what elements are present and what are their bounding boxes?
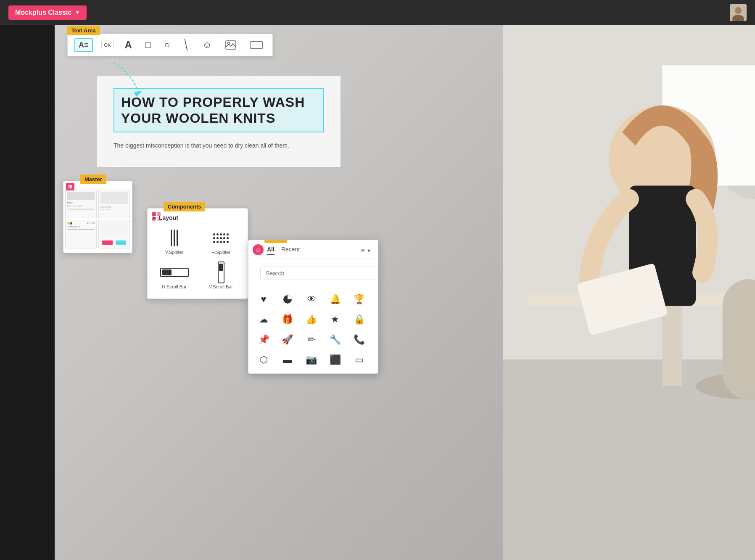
icon-phone[interactable]: 📞 — [351, 331, 367, 348]
h-scroll-item[interactable]: H.Scroll Bar — [153, 261, 196, 292]
icon-gift[interactable]: 🎁 — [279, 311, 296, 328]
woman-figure — [503, 25, 755, 560]
canvas-area: Text Area A≡ OK A □ ○ ╲ ☺ HOW TO PROPERL… — [55, 25, 755, 560]
layout-section: ▶ Layout — [153, 214, 243, 221]
icons-logo: ☺ — [253, 244, 264, 255]
svg-rect-23 — [157, 217, 161, 221]
components-grid: V.Splitter — [153, 226, 243, 292]
h-splitter-icon — [213, 229, 229, 247]
top-bar: Mockplus Classic ▼ — [0, 0, 755, 25]
icon-cloud[interactable]: ☁ — [255, 311, 272, 328]
icon-pie[interactable] — [279, 291, 296, 308]
master-thumb-3: 😀📱 4:21 PM ≡ Mockups ⚙ — [65, 220, 97, 248]
svg-point-1 — [735, 7, 742, 14]
image-tool[interactable] — [223, 39, 239, 51]
svg-point-17 — [227, 42, 230, 45]
icon-hex[interactable]: ⬡ — [255, 351, 272, 368]
toolbar: Text Area A≡ OK A □ ○ ╲ ☺ — [67, 34, 273, 56]
svg-rect-18 — [250, 42, 263, 48]
h-scroll-icon — [160, 263, 189, 282]
icons-tab-recent[interactable]: Recent — [281, 246, 300, 255]
article-body: The biggest misconception is that you ne… — [114, 141, 324, 150]
ellipse-tool[interactable]: ○ — [162, 38, 172, 52]
tool-wrapper-textarea: Text Area A≡ — [74, 38, 93, 52]
mockplus-button[interactable]: Mockplus Classic ▼ — [8, 5, 87, 20]
icon-rocket[interactable]: 🚀 — [279, 331, 296, 348]
icon-wrench[interactable]: 🔧 — [327, 331, 343, 348]
v-splitter-item[interactable]: V.Splitter — [153, 226, 196, 257]
icon-thumbsup[interactable]: 👍 — [303, 311, 320, 328]
master-icon: ⊞ — [66, 183, 74, 190]
icons-search-input[interactable] — [260, 267, 378, 280]
dropdown-arrow: ▼ — [75, 10, 80, 16]
h-splitter-item[interactable]: H.Splitter — [199, 226, 243, 257]
master-thumb-4 — [98, 220, 130, 248]
h-scroll-label: H.Scroll Bar — [162, 284, 187, 289]
text-tool[interactable]: A — [122, 37, 134, 53]
icon-square[interactable]: ⬛ — [327, 351, 343, 368]
v-splitter-label: V.Splitter — [165, 250, 184, 255]
icons-tabs: All Recent — [267, 246, 300, 255]
v-scroll-item[interactable]: V.Scroll Bar — [199, 261, 243, 292]
input-tool[interactable] — [247, 40, 266, 50]
components-icon — [152, 212, 161, 223]
master-thumb-2: Mason Mac Open Sine... — [98, 190, 130, 218]
components-panel: Components ▶ Layout V.Spl — [147, 208, 248, 299]
icon-bar[interactable]: ▬ — [279, 351, 296, 368]
icon-eye[interactable]: 👁 — [303, 291, 320, 308]
icon-bell[interactable]: 🔔 — [327, 291, 343, 308]
icons-tab-all[interactable]: All — [267, 246, 275, 255]
master-thumbnails: NIKE Free 4.0 Flyknit Mason Mac Open Sin… — [63, 187, 132, 253]
icon-camera[interactable]: 📷 — [303, 351, 320, 368]
svg-rect-21 — [157, 212, 161, 216]
svg-rect-12 — [723, 279, 755, 399]
master-thumb-1: NIKE Free 4.0 Flyknit — [65, 190, 97, 218]
icons-grid: ♥ 👁 🔔 🏆 ☁ 🎁 👍 ★ 🔒 📌 🚀 ✏ 🔧 📞 ⬡ ▬ 📷 ⬛ ▭ — [248, 288, 378, 373]
master-panel: Master ⊞ NIKE Free 4.0 Flyknit Mason Mac… — [63, 181, 132, 253]
icon-rect[interactable]: ▭ — [351, 351, 367, 368]
user-avatar[interactable] — [730, 4, 747, 21]
layout-title: Layout — [159, 214, 178, 221]
search-container — [248, 259, 378, 288]
dashed-arrow — [105, 59, 156, 109]
icon-pencil[interactable]: ✏ — [303, 331, 320, 348]
svg-marker-19 — [134, 91, 142, 97]
icons-label: Icons — [264, 240, 287, 243]
line-tool[interactable]: ╲ — [179, 37, 193, 53]
icon-star[interactable]: ★ — [327, 311, 343, 328]
h-splitter-label: H.Splitter — [211, 250, 230, 255]
textarea-icon: A≡ — [79, 41, 89, 50]
icon-trophy[interactable]: 🏆 — [351, 291, 367, 308]
svg-rect-22 — [152, 217, 156, 221]
icons-filter[interactable]: ≡ ▼ — [361, 246, 371, 255]
mockplus-label: Mockplus Classic — [15, 9, 71, 16]
rect-tool[interactable]: □ — [143, 38, 153, 52]
emoji-tool[interactable]: ☺ — [200, 38, 214, 52]
tool-area-label: Text Area — [67, 26, 100, 35]
button-tool[interactable]: OK — [101, 41, 114, 49]
master-label: Master — [80, 174, 106, 184]
textarea-tool[interactable]: A≡ — [74, 38, 93, 52]
v-scroll-label: V.Scroll Bar — [209, 284, 233, 289]
icons-panel: Icons ☺ All Recent ≡ ▼ ♥ 👁 🔔 — [248, 240, 378, 374]
components-label: Components — [164, 202, 205, 211]
v-splitter-icon — [171, 229, 178, 247]
icon-heart[interactable]: ♥ — [255, 291, 272, 308]
icon-lock[interactable]: 🔒 — [351, 311, 367, 328]
icon-pin[interactable]: 📌 — [255, 331, 272, 348]
v-scroll-icon — [218, 263, 224, 282]
svg-rect-20 — [152, 212, 156, 216]
svg-rect-7 — [663, 306, 683, 386]
